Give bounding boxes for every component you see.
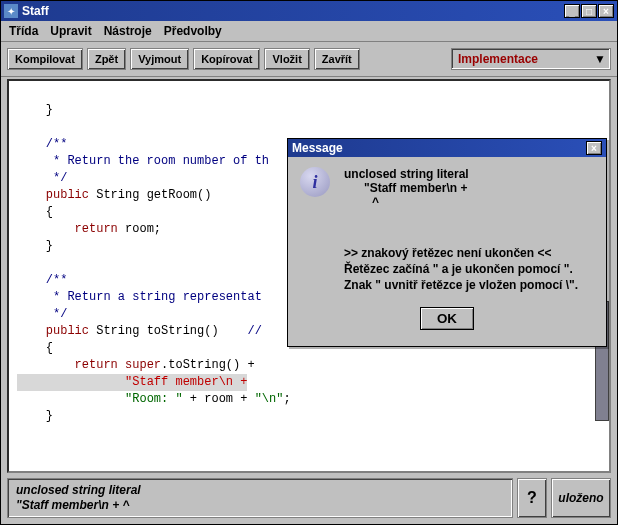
status-line1: unclosed string literal <box>16 483 504 498</box>
status-line2: "Staff member\n + ^ <box>16 498 504 513</box>
statusbar: unclosed string literal "Staff member\n … <box>1 475 617 524</box>
menu-preferences[interactable]: Předvolby <box>164 24 222 38</box>
menubar: Třída Upravit Nástroje Předvolby <box>1 21 617 42</box>
dialog-ok-button[interactable]: OK <box>420 307 474 330</box>
combo-value: Implementace <box>458 52 538 66</box>
window-controls: _ □ × <box>564 4 614 18</box>
menu-edit[interactable]: Upravit <box>50 24 91 38</box>
close-button[interactable]: Zavřít <box>314 48 360 70</box>
message-dialog: Message × i unclosed string literal "Sta… <box>287 138 607 347</box>
titlebar: ✦ Staff _ □ × <box>1 1 617 21</box>
info-icon: i <box>300 167 330 197</box>
maximize-button[interactable]: □ <box>581 4 597 18</box>
dialog-error-title: unclosed string literal <box>344 167 469 181</box>
copy-button[interactable]: Kopírovat <box>193 48 260 70</box>
compile-button[interactable]: Kompilovat <box>7 48 83 70</box>
dialog-error-caret: ^ <box>372 195 469 209</box>
toolbar: Kompilovat Zpět Vyjmout Kopírovat Vložit… <box>1 42 617 77</box>
status-message: unclosed string literal "Staff member\n … <box>7 478 513 518</box>
dialog-explanation: >> znakový řetězec není ukončen << Řetěz… <box>344 245 594 293</box>
help-button[interactable]: ? <box>517 478 547 518</box>
dialog-error-snippet: "Staff member\n + <box>364 181 469 195</box>
paste-button[interactable]: Vložit <box>264 48 309 70</box>
menu-tools[interactable]: Nástroje <box>104 24 152 38</box>
dialog-title: Message <box>292 141 586 155</box>
cut-button[interactable]: Vyjmout <box>130 48 189 70</box>
chevron-down-icon: ▼ <box>594 52 606 66</box>
window-title: Staff <box>22 4 564 18</box>
close-window-button[interactable]: × <box>598 4 614 18</box>
minimize-button[interactable]: _ <box>564 4 580 18</box>
saved-indicator: uloženo <box>551 478 611 518</box>
dialog-close-button[interactable]: × <box>586 141 602 155</box>
dialog-titlebar[interactable]: Message × <box>288 139 606 157</box>
undo-button[interactable]: Zpět <box>87 48 126 70</box>
dialog-body: i unclosed string literal "Staff member\… <box>288 157 606 346</box>
view-combo[interactable]: Implementace ▼ <box>451 48 611 70</box>
menu-class[interactable]: Třída <box>9 24 38 38</box>
error-highlight: "Staff member\n + <box>125 375 247 389</box>
app-icon: ✦ <box>4 4 18 18</box>
